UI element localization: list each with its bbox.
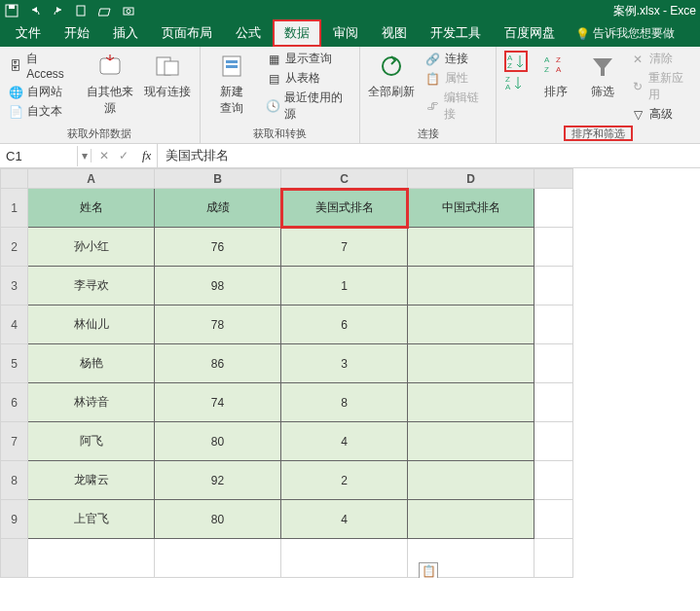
formula-bar[interactable]: 美国式排名: [157, 144, 700, 167]
col-header-A[interactable]: A: [28, 169, 155, 189]
refresh-all-button[interactable]: 全部刷新: [368, 51, 416, 100]
open-icon[interactable]: [97, 3, 113, 18]
row-header-5[interactable]: 5: [1, 344, 28, 383]
cell-E3[interactable]: [534, 267, 573, 306]
row-header-10[interactable]: [1, 539, 28, 578]
tab-view[interactable]: 视图: [370, 19, 419, 47]
tab-data[interactable]: 数据: [273, 19, 321, 47]
cell-A3[interactable]: 李寻欢: [28, 267, 155, 306]
save-icon[interactable]: [4, 3, 19, 18]
cell-B3[interactable]: 98: [155, 267, 281, 306]
row-header-4[interactable]: 4: [1, 306, 28, 344]
cell-A5[interactable]: 杨艳: [28, 344, 155, 383]
cell-B8[interactable]: 92: [155, 461, 281, 500]
advanced-filter-button[interactable]: ▽高级: [630, 106, 692, 123]
tab-review[interactable]: 审阅: [321, 19, 370, 47]
name-box-dropdown[interactable]: ▾: [78, 149, 92, 162]
cell-B7[interactable]: 80: [155, 422, 281, 461]
sort-desc-button[interactable]: ZA: [504, 74, 528, 91]
filter-button[interactable]: 筛选: [584, 51, 620, 100]
grid[interactable]: A B C D 1 姓名 成绩 美国式排名 中国式排名 2 孙小红 76 7 3…: [0, 168, 573, 578]
cell-B4[interactable]: 78: [155, 306, 281, 344]
cell-E5[interactable]: [534, 344, 573, 383]
tab-insert[interactable]: 插入: [101, 19, 150, 47]
cell-E7[interactable]: [534, 422, 573, 461]
cell-D1[interactable]: 中国式排名: [408, 189, 534, 228]
from-table-button[interactable]: ▤从表格: [266, 70, 350, 87]
cell-D7[interactable]: [408, 422, 534, 461]
row-header-2[interactable]: 2: [1, 228, 28, 267]
row-header-6[interactable]: 6: [1, 383, 28, 422]
col-header-D[interactable]: D: [408, 169, 534, 189]
select-all-corner[interactable]: [1, 169, 28, 189]
fx-icon[interactable]: fx: [136, 148, 157, 163]
tab-formulas[interactable]: 公式: [224, 19, 273, 47]
cell-A6[interactable]: 林诗音: [28, 383, 155, 422]
cell-D3[interactable]: [408, 267, 534, 306]
recent-sources-button[interactable]: 🕓最近使用的源: [266, 90, 350, 123]
cell-A10[interactable]: [28, 539, 155, 578]
from-other-sources-button[interactable]: 自其他来源: [86, 51, 133, 117]
from-text-button[interactable]: 📄自文本: [8, 103, 76, 120]
cell-D9[interactable]: [408, 500, 534, 539]
cell-C10[interactable]: [281, 539, 408, 578]
worksheet[interactable]: A B C D 1 姓名 成绩 美国式排名 中国式排名 2 孙小红 76 7 3…: [0, 168, 700, 578]
cell-C5[interactable]: 3: [281, 344, 408, 383]
from-access-button[interactable]: 🗄自 Access: [8, 51, 76, 81]
name-box[interactable]: C1: [0, 146, 78, 166]
tab-file[interactable]: 文件: [4, 19, 53, 47]
cell-D6[interactable]: [408, 383, 534, 422]
cell-C4[interactable]: 6: [281, 306, 408, 344]
cell-D8[interactable]: [408, 461, 534, 500]
cell-E10[interactable]: [534, 539, 573, 578]
row-header-8[interactable]: 8: [1, 461, 28, 500]
cell-C8[interactable]: 2: [281, 461, 408, 500]
cell-D5[interactable]: [408, 344, 534, 383]
col-header-E[interactable]: [534, 169, 573, 189]
tab-dev[interactable]: 开发工具: [419, 19, 493, 47]
cell-B5[interactable]: 86: [155, 344, 281, 383]
sort-dialog-button[interactable]: AZZA 排序: [537, 51, 573, 100]
cell-A8[interactable]: 龙啸云: [28, 461, 155, 500]
tell-me-search[interactable]: 💡 告诉我您想要做: [567, 20, 682, 47]
new-query-button[interactable]: 新建 查询: [208, 51, 256, 117]
col-header-C[interactable]: C: [281, 169, 408, 189]
cell-B10[interactable]: [155, 539, 281, 578]
existing-connections-button[interactable]: 现有连接: [143, 51, 191, 100]
cell-E1[interactable]: [534, 189, 573, 228]
cell-A2[interactable]: 孙小红: [28, 228, 155, 267]
cell-E2[interactable]: [534, 228, 573, 267]
row-header-7[interactable]: 7: [1, 422, 28, 461]
cell-D4[interactable]: [408, 306, 534, 344]
row-header-9[interactable]: 9: [1, 500, 28, 539]
cell-B6[interactable]: 74: [155, 383, 281, 422]
cell-E6[interactable]: [534, 383, 573, 422]
cell-B2[interactable]: 76: [155, 228, 281, 267]
cell-A9[interactable]: 上官飞: [28, 500, 155, 539]
cell-A7[interactable]: 阿飞: [28, 422, 155, 461]
paste-options-button[interactable]: 📋: [419, 562, 438, 578]
cell-E8[interactable]: [534, 461, 573, 500]
tab-layout[interactable]: 页面布局: [150, 19, 224, 47]
cell-C6[interactable]: 8: [281, 383, 408, 422]
new-icon[interactable]: [74, 3, 90, 18]
cell-B9[interactable]: 80: [155, 500, 281, 539]
row-header-1[interactable]: 1: [1, 189, 28, 228]
connections-button[interactable]: 🔗连接: [425, 51, 489, 67]
cell-C7[interactable]: 4: [281, 422, 408, 461]
cell-E9[interactable]: [534, 500, 573, 539]
cell-B1[interactable]: 成绩: [155, 189, 281, 228]
col-header-B[interactable]: B: [155, 169, 281, 189]
tab-home[interactable]: 开始: [53, 19, 101, 47]
cell-C9[interactable]: 4: [281, 500, 408, 539]
sort-asc-button[interactable]: AZ: [504, 51, 528, 72]
cell-C3[interactable]: 1: [281, 267, 408, 306]
row-header-3[interactable]: 3: [1, 267, 28, 306]
show-queries-button[interactable]: ▦显示查询: [266, 51, 350, 67]
cell-A4[interactable]: 林仙儿: [28, 306, 155, 344]
cell-E4[interactable]: [534, 306, 573, 344]
cell-C2[interactable]: 7: [281, 228, 408, 267]
cell-D2[interactable]: [408, 228, 534, 267]
cell-A1[interactable]: 姓名: [28, 189, 155, 228]
tab-baidu[interactable]: 百度网盘: [493, 19, 567, 47]
